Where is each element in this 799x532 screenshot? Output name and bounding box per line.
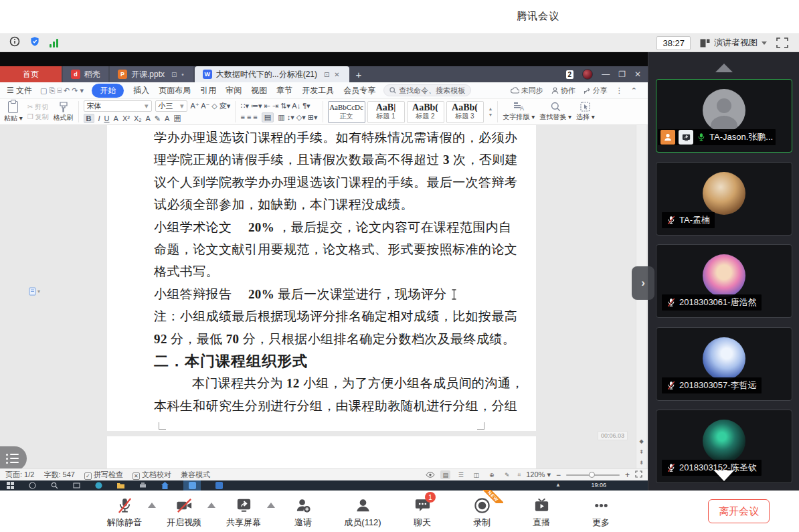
participant-tile[interactable]: 2018303061-唐浩然	[656, 244, 792, 318]
format-glyph[interactable]: A	[165, 114, 169, 122]
format-glyph[interactable]: A	[114, 114, 118, 122]
view-switcher[interactable]: 演讲者视图	[700, 37, 767, 49]
find-replace-button[interactable]: 查找替换 ▾	[539, 102, 571, 122]
fit-page-icon[interactable]: ⌗	[517, 471, 521, 478]
menu-tab-插入[interactable]: 插入	[133, 85, 149, 96]
paste-button[interactable]: 粘贴 ▾	[4, 101, 23, 123]
web-view-mode[interactable]: ⊕	[486, 470, 497, 479]
eye-protect-icon[interactable]	[426, 471, 435, 479]
share-button[interactable]: 分享	[584, 86, 608, 96]
format-glyph[interactable]: X²	[122, 114, 130, 122]
sidebar-collapse-handle[interactable]: ›	[632, 266, 654, 300]
font-name-select[interactable]: 宋体▾	[84, 100, 152, 112]
text-layout-button[interactable]: A 文字排版 ▾	[503, 102, 535, 122]
navigation-pane-button[interactable]	[0, 446, 27, 468]
document-page-next[interactable]	[107, 436, 536, 468]
outline-view-mode[interactable]: ☰	[456, 470, 466, 479]
tab-close-icon[interactable]: ⊡ ✕	[324, 71, 341, 78]
style-标题 2[interactable]: AaBb(标题 2	[407, 101, 444, 123]
info-icon[interactable]	[9, 36, 20, 50]
proofread-toggle[interactable]: ✕文档校对	[132, 470, 171, 480]
account-avatar[interactable]	[582, 69, 593, 80]
license-badge[interactable]: 2	[566, 70, 574, 79]
tray-expand-icon[interactable]: ▲	[555, 482, 561, 488]
menu-tab-章节[interactable]: 章节	[276, 85, 292, 96]
style-标题 3[interactable]: AaBb(标题 3	[446, 101, 484, 123]
more-button[interactable]: 更多	[578, 495, 624, 529]
format-glyph[interactable]: I	[98, 114, 100, 122]
start-video-button[interactable]: 开启视频	[161, 495, 207, 529]
font-size-buttons[interactable]: A⁺ A⁻ ◇ 変▾	[191, 101, 231, 111]
participant-tile[interactable]: 2018303057-李哲远	[656, 327, 792, 401]
network-signal-icon[interactable]	[50, 39, 58, 48]
cortana-icon[interactable]	[29, 482, 36, 489]
wps-tab-docer[interactable]: d 稻壳	[63, 66, 108, 82]
wps-tab-home[interactable]: 首页	[0, 66, 62, 82]
menu-tab-会员专享[interactable]: 会员专享	[343, 85, 375, 96]
invite-button[interactable]: 邀请	[280, 495, 326, 529]
menu-tab-开始[interactable]: 开始	[92, 84, 124, 98]
document-canvas[interactable]: 学办办理退选该门课程的手续。如有特殊情况需请假的，必须办理学院正规的请假手续，且…	[0, 125, 648, 468]
alignment-buttons[interactable]: ≡ ≡ ≡ ▤ ▥ ↕▾ ◇▾ ⊞▾	[240, 112, 317, 122]
zoom-slider[interactable]	[566, 474, 620, 476]
menu-tab-审阅[interactable]: 审阅	[226, 85, 242, 96]
zoom-level[interactable]: 120% ▾	[526, 470, 551, 479]
new-tab-button[interactable]: +	[349, 69, 369, 80]
menu-tab-引用[interactable]: 引用	[200, 85, 216, 96]
paragraph-marker-icon[interactable]: ▾	[29, 287, 40, 296]
tim-icon[interactable]	[161, 482, 169, 489]
submenu-arrow-icon[interactable]	[207, 503, 215, 508]
command-search[interactable]: 查找命令、搜索模板	[383, 84, 471, 96]
zoom-in-button[interactable]: +	[625, 470, 630, 480]
share-screen-button[interactable]: 共享屏幕	[221, 495, 266, 529]
copy-button[interactable]: ❐ 复制	[27, 112, 49, 122]
scroll-up-arrow-icon[interactable]	[715, 64, 733, 72]
leave-meeting-button[interactable]: 离开会议	[708, 499, 770, 523]
edge-icon[interactable]	[95, 482, 102, 489]
file-explorer-icon[interactable]	[117, 482, 124, 489]
page-view-mode[interactable]: ▤	[440, 470, 450, 479]
participant-tile[interactable]: TA-孟楠	[656, 162, 792, 236]
format-painter-button[interactable]: 格式刷	[54, 102, 74, 122]
fullpage-icon[interactable]	[635, 470, 642, 479]
restore-button[interactable]: ❐	[618, 70, 626, 78]
format-glyph[interactable]: B	[84, 114, 94, 123]
sync-status[interactable]: 未同步	[511, 86, 543, 96]
menu-tab-开发工具[interactable]: 开发工具	[302, 85, 334, 96]
document-page[interactable]: 学办办理退选该门课程的手续。如有特殊情况需请假的，必须办理学院正规的请假手续，且…	[107, 125, 536, 431]
wps-tab-document-active[interactable]: W 大数据时代下的...分标准(21) ⊡ ✕	[195, 66, 349, 82]
style-gallery-scroll[interactable]: ▲▼	[489, 106, 493, 117]
cut-button[interactable]: ✂ 剪切	[27, 102, 48, 112]
list-indent-buttons[interactable]: ∷▾ ≔▾ ⇤ ⇥ ⇅▾ A↓ ¶▾	[240, 102, 310, 110]
more-menu-icon[interactable]: ⋮	[616, 86, 623, 95]
ink-mode[interactable]: ✎	[502, 470, 512, 479]
members-button[interactable]: 成员(112)	[340, 495, 385, 529]
windows-start-icon[interactable]	[7, 482, 14, 489]
menu-tab-页面布局[interactable]: 页面布局	[159, 85, 191, 96]
format-glyph[interactable]: ✎	[155, 114, 161, 123]
format-glyph[interactable]: 囲	[173, 114, 181, 124]
menu-file[interactable]: ☰ 文件	[7, 85, 32, 96]
fullscreen-icon[interactable]	[776, 37, 788, 48]
unmute-button[interactable]: 解除静音	[102, 495, 147, 529]
style-标题 1[interactable]: AaB|标题 1	[367, 101, 405, 123]
font-size-select[interactable]: 小三▾	[155, 100, 187, 112]
tab-pin-icon[interactable]: ⊡ •	[171, 71, 185, 78]
minimize-button[interactable]: —	[602, 70, 610, 78]
word-count[interactable]: 字数: 547	[43, 470, 74, 480]
collapse-ribbon-icon[interactable]: ⌃	[631, 86, 637, 95]
submenu-arrow-icon[interactable]	[148, 503, 156, 508]
shield-icon[interactable]	[29, 36, 40, 50]
collab-button[interactable]: 协作	[551, 86, 575, 96]
select-button[interactable]: 选择 ▾	[576, 102, 595, 122]
zoom-slider-knob[interactable]	[589, 472, 595, 478]
format-glyph[interactable]: U	[104, 114, 110, 122]
close-button[interactable]: ✕	[634, 70, 641, 78]
taskbar-app-icon[interactable]	[215, 482, 223, 489]
search-icon[interactable]	[51, 482, 58, 489]
record-button[interactable]: NEW录制	[459, 495, 505, 529]
wps-tab-ppt[interactable]: P 开课.pptx ⊡ •	[110, 66, 193, 82]
quick-access-icons[interactable]: ▢ ⎘ ⌸ ↶ ↷ ▾	[40, 86, 84, 95]
task-view-icon[interactable]	[73, 482, 80, 489]
live-button[interactable]: 直播	[519, 495, 564, 529]
